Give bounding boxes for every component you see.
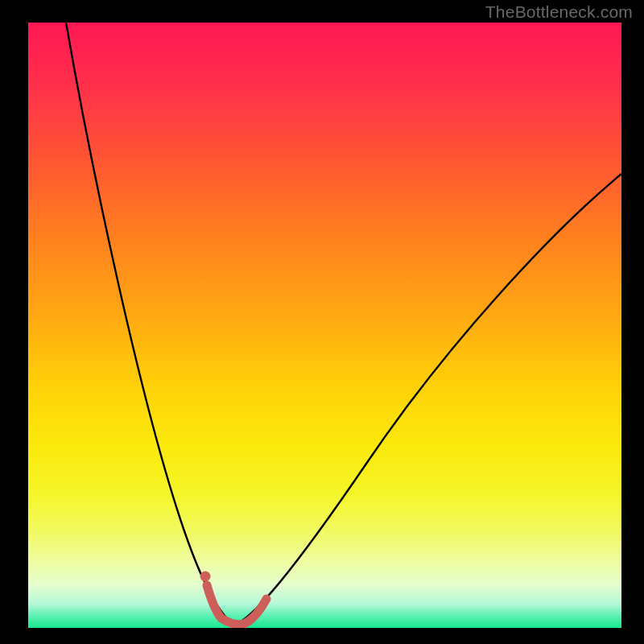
plot-area	[28, 23, 621, 628]
chart-frame: TheBottleneck.com	[0, 0, 644, 644]
trough-marker-dot	[200, 572, 211, 582]
curve-right-branch	[233, 174, 621, 625]
watermark-text: TheBottleneck.com	[485, 2, 633, 22]
curve-layer	[28, 23, 621, 628]
trough-marker-path	[207, 585, 266, 625]
curve-left-branch	[66, 23, 233, 625]
